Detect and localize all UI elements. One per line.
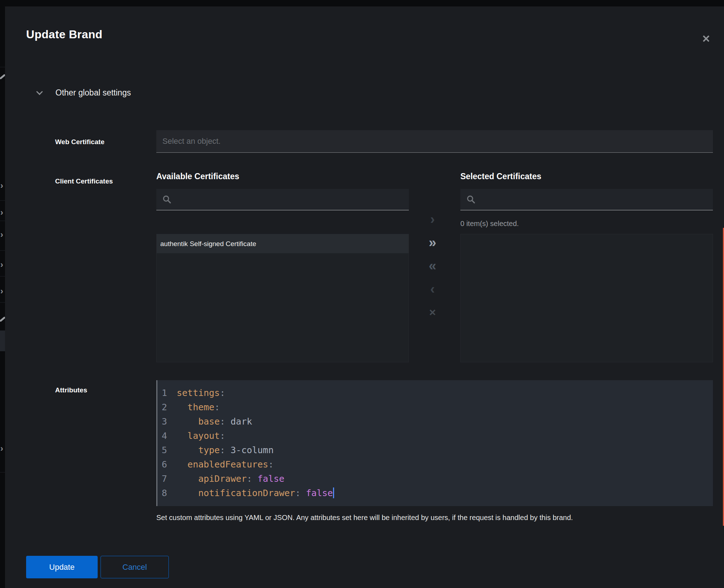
line-number: 6 [157, 457, 170, 472]
code-line: 7 apiDrawer: false [157, 472, 713, 486]
selected-nav-row [0, 330, 5, 351]
search-icon [466, 195, 476, 204]
page-title: Update Brand [26, 28, 102, 41]
move-all-left-button[interactable]: « [423, 258, 442, 274]
code-line: 3 base: dark [157, 415, 713, 429]
move-selected-left-button[interactable]: ‹ [423, 281, 442, 297]
line-number: 5 [157, 443, 170, 457]
chevron-right-icon: › [0, 230, 3, 240]
selected-search-input[interactable] [480, 195, 677, 204]
web-certificate-select[interactable]: Select an object. [156, 130, 713, 153]
move-selected-right-button[interactable]: › [423, 211, 442, 227]
move-all-right-button[interactable]: » [423, 234, 442, 251]
code-line: 4 layout: [157, 429, 713, 443]
clear-selection-button[interactable]: × [423, 304, 442, 320]
available-search[interactable] [156, 189, 409, 210]
chevron-right-icon: › [0, 444, 3, 454]
close-button[interactable] [698, 31, 714, 46]
web-certificate-label: Web Certificate [55, 138, 104, 146]
section-label: Other global settings [55, 88, 131, 98]
line-number: 1 [157, 386, 170, 400]
update-brand-modal: Update Brand Other global settings Web C… [5, 6, 724, 588]
background-page-edge: › › › › › › [0, 0, 5, 588]
screen: › › › › › › Update Brand Other global se… [0, 0, 724, 588]
line-number: 8 [157, 486, 170, 500]
chevron-right-icon: › [0, 286, 3, 296]
select-placeholder: Select an object. [162, 137, 221, 146]
cancel-button[interactable]: Cancel [101, 556, 169, 578]
selected-list [460, 234, 713, 362]
edge-divider [0, 200, 5, 201]
code-line: 2 theme: [157, 400, 713, 415]
edge-divider [0, 221, 5, 221]
code-line: 1settings: [157, 386, 713, 400]
line-number: 7 [157, 472, 170, 486]
code-text: settings: [177, 386, 225, 400]
available-list: authentik Self-signed Certificate [156, 234, 409, 362]
code-line: 5 type: 3-column [157, 443, 713, 457]
code-text: enabledFeatures: [177, 457, 274, 472]
check-icon [0, 317, 5, 322]
code-text: type: 3-column [177, 443, 274, 457]
selected-search[interactable] [460, 189, 713, 210]
update-button[interactable]: Update [26, 556, 98, 578]
chevron-right-icon: › [0, 181, 3, 191]
line-number: 3 [157, 415, 170, 429]
code-text: theme: [177, 400, 220, 415]
code-line: 8 notificationDrawer: false [157, 486, 713, 500]
search-icon [162, 195, 172, 204]
code-line: 6 enabledFeatures: [157, 457, 713, 472]
edge-divider [0, 472, 5, 472]
client-certificates-label: Client Certificates [55, 177, 113, 185]
selected-certificates-heading: Selected Certificates [460, 172, 541, 181]
code-text: notificationDrawer: false [177, 486, 334, 500]
check-icon [0, 74, 5, 79]
chevron-down-icon [36, 88, 43, 95]
chevron-right-icon: › [0, 260, 3, 270]
attributes-label: Attributes [55, 386, 87, 394]
attributes-help-text: Set custom attributes using YAML or JSON… [156, 514, 709, 522]
close-icon [701, 34, 711, 43]
line-number: 2 [157, 400, 170, 415]
section-toggle-other-global-settings[interactable]: Other global settings [37, 88, 131, 98]
chevron-right-icon: › [0, 207, 3, 217]
selected-count-status: 0 item(s) selected. [460, 220, 519, 228]
line-number: 4 [157, 429, 170, 443]
code-text: apiDrawer: false [177, 472, 284, 486]
attributes-code-editor[interactable]: 1settings:2 theme:3 base: dark4 layout:5… [156, 380, 713, 506]
edge-divider [0, 276, 5, 276]
edge-divider [0, 67, 5, 67]
transfer-controls: ›»«‹× [423, 211, 442, 327]
edge-divider [0, 302, 5, 303]
available-certificates-heading: Available Certificates [156, 172, 239, 181]
certificate-item[interactable]: authentik Self-signed Certificate [157, 234, 409, 253]
code-text: layout: [177, 429, 225, 443]
available-search-input[interactable] [176, 195, 373, 204]
edge-divider [0, 250, 5, 251]
code-text: base: dark [177, 415, 252, 429]
text-cursor [333, 487, 334, 498]
